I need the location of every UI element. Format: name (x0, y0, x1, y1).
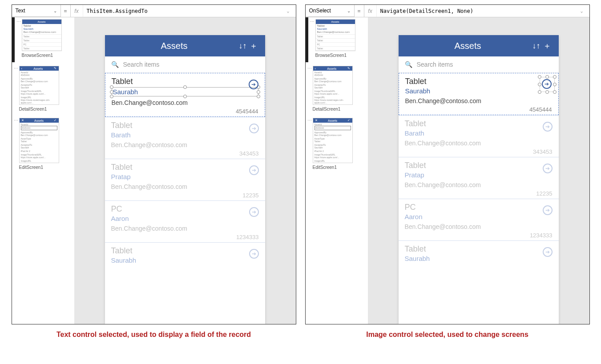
formula-text: Navigate(DetailScreen1, None) (380, 8, 474, 14)
right-panel-wrap: OnSelect ⌄ = fx Navigate(DetailScreen1, … (305, 4, 590, 339)
property-dropdown[interactable]: OnSelect ⌄ (306, 5, 355, 17)
more-icon[interactable]: ⋯ (14, 66, 18, 70)
chevron-down-icon[interactable]: ⌄ (286, 8, 292, 13)
more-icon[interactable]: ⋯ (307, 66, 312, 70)
item-name: Pratap (405, 171, 553, 179)
gallery: Tablet Saurabh Ben.Change@contoso.com 45… (399, 73, 559, 324)
item-email: Ben.Change@contoso.com (111, 225, 259, 232)
thumb-browse[interactable]: ⋯ Assets TabletSaurabhBen.Change@contoso… (308, 17, 368, 52)
thumb-edit[interactable]: ⋯ ✕Assets✓ AssetId4545444 ApprovedByBen.… (306, 116, 368, 164)
item-title: Tablet (405, 119, 553, 128)
item-name: Aaron (405, 213, 553, 220)
item-title: Tablet (112, 77, 258, 86)
selected-image-control[interactable]: ➔ (540, 77, 555, 92)
add-icon[interactable]: ＋ (542, 40, 553, 51)
comparison-container: Text ⌄ = fx ThisItem.AssignedTo ⌄ (4, 4, 597, 339)
item-name: Barath (405, 129, 553, 137)
thumb-label-2: DetailScreen1 (306, 106, 368, 116)
sort-icon[interactable]: ↓↑ (238, 41, 248, 51)
phone-preview: Assets ↓↑ ＋ 🔍 Search items Tablet (105, 35, 265, 324)
gallery-item[interactable]: Tablet Saurabh ➔ (105, 243, 265, 266)
thumb-browse[interactable]: ⋯ Assets TabletSaurabhBen.Change@contoso… (15, 17, 74, 52)
fx-icon[interactable]: fx (71, 5, 83, 17)
more-icon[interactable]: ⋯ (16, 19, 21, 24)
editor-body: ⋯ Assets TabletSaurabhBen.Change@contoso… (12, 17, 296, 324)
item-name: Aaron (111, 215, 259, 222)
sort-icon[interactable]: ↓↑ (531, 41, 542, 51)
chevron-down-icon[interactable]: ⌄ (580, 8, 585, 13)
item-email: Ben.Change@contoso.com (405, 140, 553, 147)
arrow-right-icon[interactable]: ➔ (543, 247, 553, 257)
add-icon[interactable]: ＋ (248, 40, 259, 51)
item-name: Saurabh (111, 256, 259, 264)
search-placeholder: Search items (417, 61, 453, 68)
arrow-right-icon[interactable]: ➔ (249, 80, 258, 89)
selected-text-control[interactable]: Saurabh (112, 87, 258, 96)
gallery-item[interactable]: Tablet Barath Ben.Change@contoso.com 343… (105, 117, 265, 159)
arrow-right-icon[interactable]: ➔ (249, 124, 259, 133)
search-bar[interactable]: 🔍 Search items (399, 56, 559, 73)
gallery-item[interactable]: Tablet Saurabh Ben.Change@contoso.com 45… (105, 73, 265, 117)
thumb-detail[interactable]: ⋯ ‹Assets✎ AssetId4545444 ApprovedByBen.… (306, 64, 368, 106)
gallery-item[interactable]: PC Aaron Ben.Change@contoso.com 1234333 … (105, 201, 265, 242)
equals-label: = (355, 5, 364, 17)
item-title: Tablet (111, 121, 259, 130)
item-title: Tablet (405, 161, 553, 170)
gallery-item[interactable]: Tablet Saurabh ➔ (399, 241, 559, 264)
item-email: Ben.Change@contoso.com (112, 99, 258, 106)
item-name: Saurabh (405, 255, 553, 262)
formula-bar: Text ⌄ = fx ThisItem.AssignedTo ⌄ (12, 5, 296, 17)
arrow-right-icon[interactable]: ➔ (543, 122, 553, 132)
property-dropdown[interactable]: Text ⌄ (12, 5, 61, 17)
canvas-area: Assets ↓↑ ＋ 🔍 Search items Tablet (368, 17, 589, 324)
thumb-label-3: EditScreen1 (306, 164, 368, 174)
more-icon[interactable]: ⋯ (310, 19, 315, 24)
gallery-item[interactable]: PC Aaron Ben.Change@contoso.com 1234333 … (399, 199, 559, 240)
gallery-item[interactable]: Tablet Pratap Ben.Change@contoso.com 122… (105, 159, 265, 200)
item-name: Saurabh (405, 87, 552, 95)
arrow-right-icon[interactable]: ➔ (542, 79, 552, 89)
arrow-right-icon[interactable]: ➔ (543, 205, 553, 215)
arrow-right-icon[interactable]: ➔ (249, 207, 259, 217)
item-number: 12235 (405, 190, 553, 197)
screens-panel: ⋯ Assets TabletSaurabhBen.Change@contoso… (306, 17, 368, 324)
item-email: Ben.Change@contoso.com (405, 181, 553, 188)
search-placeholder: Search items (123, 61, 160, 68)
arrow-right-icon[interactable]: ➔ (249, 249, 259, 259)
app-header: Assets ↓↑ ＋ (399, 35, 559, 56)
item-name: Barath (111, 131, 259, 139)
item-name: Pratap (111, 173, 259, 180)
search-bar[interactable]: 🔍 Search items (105, 56, 265, 73)
app-title: Assets (111, 41, 238, 51)
formula-bar: OnSelect ⌄ = fx Navigate(DetailScreen1, … (306, 5, 589, 17)
canvas-area: Assets ↓↑ ＋ 🔍 Search items Tablet (74, 17, 296, 324)
chevron-down-icon: ⌄ (347, 8, 351, 13)
chevron-down-icon: ⌄ (53, 8, 57, 13)
thumb-detail[interactable]: ⋯ ‹Assets✎ AssetId4545444 ApprovedByBen.… (12, 64, 74, 106)
item-number: 4545444 (405, 106, 552, 113)
item-title: PC (405, 203, 553, 212)
formula-input[interactable]: ThisItem.AssignedTo ⌄ (83, 5, 296, 17)
thumb-header: Assets (22, 20, 61, 24)
thumb-edit[interactable]: ⋯ ✕Assets✓ AssetId4545444 ApprovedByBen.… (12, 116, 74, 164)
fx-icon[interactable]: fx (364, 5, 377, 17)
item-title: PC (111, 204, 259, 214)
phone-preview: Assets ↓↑ ＋ 🔍 Search items Tablet (399, 35, 559, 324)
left-panel: Text ⌄ = fx ThisItem.AssignedTo ⌄ (12, 4, 296, 324)
arrow-right-icon[interactable]: ➔ (543, 164, 553, 173)
formula-input[interactable]: Navigate(DetailScreen1, None) ⌄ (377, 5, 589, 17)
app-header: Assets ↓↑ ＋ (105, 35, 265, 56)
arrow-right-icon[interactable]: ➔ (249, 165, 259, 175)
item-number: 1234333 (111, 234, 259, 240)
gallery-item[interactable]: Tablet Saurabh Ben.Change@contoso.com 45… (399, 73, 559, 115)
thumb-label-2: DetailScreen1 (12, 106, 74, 116)
more-icon[interactable]: ⋯ (307, 118, 312, 122)
property-value: OnSelect (309, 8, 331, 14)
screens-panel: ⋯ Assets TabletSaurabhBen.Change@contoso… (12, 17, 74, 324)
gallery-item[interactable]: Tablet Pratap Ben.Change@contoso.com 122… (399, 157, 559, 199)
more-icon[interactable]: ⋯ (14, 118, 18, 122)
equals-label: = (61, 5, 71, 17)
right-panel: OnSelect ⌄ = fx Navigate(DetailScreen1, … (305, 4, 590, 324)
editor-body: ⋯ Assets TabletSaurabhBen.Change@contoso… (306, 17, 589, 324)
gallery-item[interactable]: Tablet Barath Ben.Change@contoso.com 343… (399, 116, 559, 157)
